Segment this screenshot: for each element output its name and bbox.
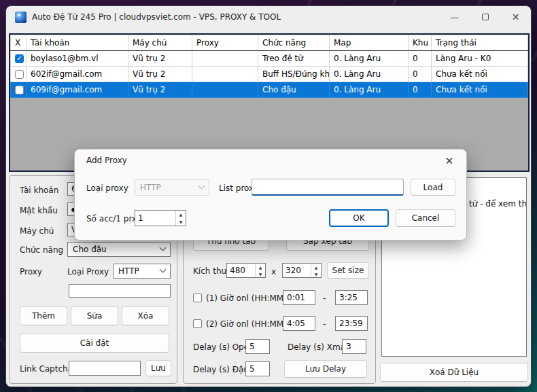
add-proxy-dialog: Add Proxy ✕ Loại proxy HTTP List proxy L… [74,149,467,240]
delay-dau-input[interactable] [245,361,270,376]
add-button[interactable]: Thêm [20,306,67,325]
acc-per-proxy-input[interactable] [135,211,175,226]
clear-data-button[interactable]: Xoá Dữ Liệu [380,363,528,382]
proxy-type-select-value: HTTP [118,266,139,276]
captcha-label: Link Captcha [20,364,73,374]
titlebar: Auto Đệ Tử 245 Pro | cloudvpsviet.com - … [6,6,531,28]
column-header-account[interactable]: Tài khoản [27,35,128,51]
width-stepper[interactable]: ▲▼ [226,263,266,278]
list-proxy-input[interactable] [252,179,404,196]
save-delay-button[interactable]: Lưu Delay [284,360,367,378]
cell-account: boylaso1@bm.vl [27,51,128,67]
table-row[interactable]: 609if@gmail.com Vũ trụ 2 Cho đậu 0. Làng… [11,82,528,98]
time2-dash: - [323,319,326,329]
cell-account: 602if@gmail.com [27,67,128,82]
settings-button[interactable]: Cài đặt [20,334,169,353]
height-input[interactable] [283,264,311,277]
cancel-button[interactable]: Cancel [396,209,455,227]
table-row[interactable]: 602if@gmail.com Vũ trụ 2 Buff HS/Đúng kh… [11,67,528,82]
cell-status: Chưa kết nối [432,67,528,82]
size-x-separator: x [271,267,276,277]
app-icon [15,12,27,23]
spinner-down-icon[interactable]: ▼ [311,270,321,277]
spinner-down-icon[interactable]: ▼ [176,218,186,226]
window-controls: — ✕ [439,6,531,28]
password-label: Mật khẩu [20,206,58,215]
load-button[interactable]: Load [411,179,455,196]
dialog-proxy-type-value: HTTP [140,183,161,192]
delay-open-input[interactable] [245,339,270,354]
close-icon: ✕ [512,12,520,22]
dialog-proxy-type-label: Loại proxy [86,183,128,193]
spinner-up-icon[interactable]: ▲ [256,264,265,270]
function-select-value: Cho đậu [73,245,107,254]
delete-button-label: Xóa [138,311,154,321]
column-header-server[interactable]: Máy chủ [128,35,192,51]
time2-from-input[interactable] [283,316,315,331]
function-select[interactable]: Cho đậu [67,242,171,257]
save-captcha-button[interactable]: Lưu [145,360,171,376]
edit-button[interactable]: Sửa [71,306,118,325]
cell-server: Vũ trụ 2 [128,82,192,98]
add-button-label: Thêm [32,311,55,321]
time2-checkbox[interactable] [193,319,202,328]
proxy-field[interactable] [69,284,171,298]
grid-header-row: X Tài khoản Máy chủ Proxy Chức năng Map … [11,35,528,51]
row-checkbox[interactable] [15,54,24,63]
close-button[interactable]: ✕ [500,6,531,28]
app-window: Auto Đệ Tử 245 Pro | cloudvpsviet.com - … [5,5,532,387]
ok-button-label: OK [353,213,364,223]
row-checkbox[interactable] [15,86,24,94]
delay-dau-label: Delay (s) Đậu [193,365,249,374]
delay-xmap-input[interactable] [342,339,366,354]
server-label: Máy chủ [20,226,54,236]
time1-from-input[interactable] [283,290,315,305]
column-header-status[interactable]: Trạng thái [432,35,528,51]
captcha-field[interactable] [69,361,141,376]
row-checkbox[interactable] [15,70,24,79]
acc-per-proxy-stepper[interactable]: ▲▼ [135,210,186,226]
table-row[interactable]: boylaso1@bm.vl Vũ trụ 2 Treo đệ tử 0. Là… [11,51,528,67]
chevron-down-icon [198,182,205,189]
load-button-label: Load [423,183,443,192]
edit-button-label: Sửa [87,311,103,321]
info-text: tử - để xem thông [469,199,527,209]
minimize-button[interactable]: — [439,6,470,28]
cell-function: Treo đệ tử [258,51,330,67]
delay-xmap-label: Delay (s) Xmap [288,342,351,352]
time2-to-input[interactable] [335,316,368,331]
maximize-button[interactable] [470,6,500,28]
time1-checkbox[interactable] [193,293,202,302]
spinner-up-icon[interactable]: ▲ [176,211,186,218]
proxy-type-label: Loại Proxy [67,267,109,277]
cell-khu: 0 [409,82,432,98]
time1-to-input[interactable] [335,290,368,305]
width-input[interactable] [227,264,255,277]
spinner-down-icon[interactable]: ▼ [256,270,265,277]
set-size-label: Set size [332,266,364,275]
proxy-type-select[interactable]: HTTP [113,264,171,279]
function-label: Chức năng [20,245,63,255]
column-header-proxy[interactable]: Proxy [192,35,258,51]
chevron-down-icon [160,244,167,251]
cell-map: 0. Làng Aru [330,67,409,82]
close-icon: ✕ [445,155,454,167]
cell-status: Làng Aru - K0 [432,51,528,67]
column-header-khu[interactable]: Khu [409,35,432,51]
column-header-function[interactable]: Chức năng [258,35,330,51]
cell-proxy [192,51,258,67]
set-size-button[interactable]: Set size [327,262,369,279]
column-header-map[interactable]: Map [330,35,409,51]
ok-button[interactable]: OK [329,209,389,227]
delete-button[interactable]: Xóa [122,306,169,325]
acc-per-proxy-label: Số acc/1 prx [86,214,137,224]
column-header-x[interactable]: X [11,35,27,51]
dialog-proxy-type-select[interactable]: HTTP [135,179,209,196]
spinner-up-icon[interactable]: ▲ [311,264,321,270]
account-label: Tài khoản [20,185,58,195]
time1-label: (1) Giờ onl (HH:MM) [206,293,287,303]
dialog-close-button[interactable]: ✕ [442,154,457,168]
height-stepper[interactable]: ▲▼ [282,263,322,278]
cell-khu: 0 [409,51,432,67]
cell-account: 609if@gmail.com [27,82,128,98]
